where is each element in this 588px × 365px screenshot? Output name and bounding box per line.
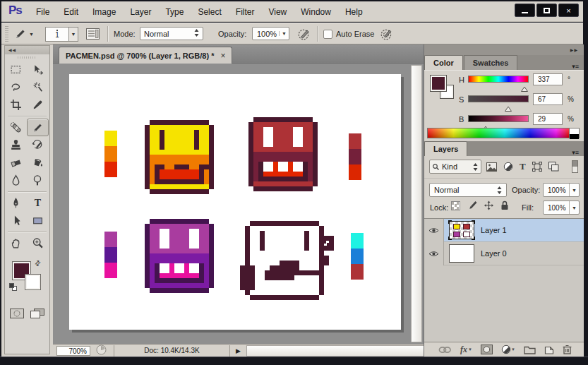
blur-tool[interactable] [5, 172, 27, 189]
lock-all-icon[interactable] [500, 201, 509, 210]
magic-wand-tool[interactable] [27, 78, 49, 96]
layer-thumbnail[interactable] [449, 244, 474, 263]
vertical-scrollbar[interactable] [411, 65, 422, 342]
pencil-tool[interactable] [27, 119, 49, 136]
tab-layers[interactable]: Layers [424, 141, 467, 156]
panel-menu-icon[interactable]: ▾≡ [572, 63, 584, 70]
fill-dropdown[interactable]: 100% ▼ [543, 201, 580, 215]
lock-pixels-icon[interactable] [467, 201, 477, 210]
link-layers-icon[interactable] [438, 346, 452, 354]
crop-tool[interactable] [5, 96, 27, 114]
visibility-eye-icon[interactable] [424, 219, 444, 242]
layer-mask-icon[interactable] [481, 345, 493, 354]
background-color-swatch[interactable] [25, 275, 40, 289]
auto-erase-checkbox[interactable] [323, 30, 332, 39]
s-value-field[interactable]: 67 [533, 93, 563, 105]
quick-mask-icon[interactable] [10, 309, 24, 320]
lock-position-icon[interactable] [484, 201, 494, 210]
b-value-field[interactable]: 29 [533, 113, 563, 125]
blend-mode-dropdown[interactable]: Normal [429, 183, 507, 197]
swap-colors-icon[interactable]: ⇄ [32, 258, 42, 268]
status-menu-arrow-icon[interactable]: ▶ [236, 347, 241, 354]
document-size-info[interactable]: Doc: 10.4K/14.3K [114, 345, 230, 357]
menu-layer[interactable]: Layer [128, 6, 153, 18]
filter-toggle[interactable] [572, 160, 578, 173]
layer-row-layer-0[interactable]: Layer 0 [424, 242, 584, 265]
brush-size-picker[interactable]: 1 [45, 27, 69, 42]
close-button[interactable]: × [558, 4, 579, 17]
collapse-panels-icon[interactable]: ▶▶ [424, 44, 584, 55]
eyedropper-tool[interactable] [27, 96, 49, 114]
layer-opacity-dropdown[interactable]: 100% ▼ [543, 183, 580, 197]
adjustment-layer-icon[interactable]: ▼ [501, 345, 515, 354]
layer-row-layer-1[interactable]: Layer 1 [424, 219, 584, 242]
eraser-tool[interactable] [5, 154, 27, 172]
panel-menu-icon[interactable]: ▾≡ [572, 149, 584, 156]
slider-thumb[interactable] [505, 104, 512, 113]
default-colors-icon[interactable] [9, 283, 18, 292]
s-slider-track[interactable] [468, 95, 529, 102]
tab-swatches[interactable]: Swatches [464, 55, 518, 70]
spectrum-bw-swatches[interactable] [570, 128, 580, 138]
mode-dropdown[interactable]: Normal [140, 27, 203, 40]
toolbar-grip[interactable] [18, 56, 37, 59]
maximize-button[interactable] [536, 4, 557, 17]
opacity-dropdown[interactable]: 100% ▼ [252, 27, 289, 40]
path-selection-tool[interactable] [5, 212, 27, 229]
layer-style-icon[interactable]: fx▼ [460, 345, 472, 355]
minimize-button[interactable] [515, 4, 535, 17]
menu-edit[interactable]: Edit [61, 6, 80, 18]
layer-filter-dropdown[interactable]: Kind [429, 160, 481, 174]
paint-bucket-tool[interactable] [27, 154, 49, 172]
b-slider-track[interactable] [468, 115, 529, 122]
tab-color[interactable]: Color [424, 55, 463, 70]
smart-object-filter-icon[interactable] [548, 162, 559, 172]
h-value-field[interactable]: 337 [533, 73, 563, 85]
history-brush-tool[interactable] [27, 136, 49, 154]
pen-tool[interactable] [5, 194, 27, 212]
tablet-pressure-opacity-icon[interactable] [297, 23, 311, 44]
rectangle-shape-tool[interactable] [27, 212, 49, 229]
brush-size-caret[interactable]: ▼ [69, 27, 78, 42]
brush-panel-toggle-icon[interactable] [86, 23, 100, 44]
layer-group-icon[interactable] [524, 345, 536, 354]
pixel-filter-icon[interactable] [486, 162, 497, 172]
lasso-tool[interactable] [5, 78, 27, 96]
menu-file[interactable]: File [34, 6, 52, 18]
type-filter-icon[interactable]: T [520, 161, 526, 172]
menu-select[interactable]: Select [196, 6, 223, 18]
delete-layer-icon[interactable] [563, 345, 572, 354]
color-spectrum-ramp[interactable] [427, 128, 570, 138]
move-tool[interactable] [27, 61, 49, 78]
shape-filter-icon[interactable] [532, 162, 542, 172]
menu-image[interactable]: Image [90, 6, 118, 18]
menu-window[interactable]: Window [299, 6, 333, 18]
slider-thumb[interactable] [521, 85, 528, 93]
menu-view[interactable]: View [266, 6, 289, 18]
toolbar-collapse-icon[interactable]: ◀◀ [5, 46, 49, 54]
layer-thumbnail[interactable] [449, 221, 474, 239]
menu-filter[interactable]: Filter [234, 6, 257, 18]
type-tool[interactable]: T [27, 194, 49, 212]
dodge-tool[interactable] [27, 172, 49, 189]
hand-tool[interactable] [5, 234, 27, 252]
new-layer-icon[interactable] [544, 345, 554, 354]
h-slider-track[interactable] [468, 76, 529, 83]
zoom-level-field[interactable]: 700% [56, 346, 90, 356]
menu-type[interactable]: Type [163, 6, 186, 18]
horizontal-scrollbar[interactable] [246, 345, 424, 357]
screen-mode-icon[interactable] [30, 309, 44, 320]
rectangular-marquee-tool[interactable] [5, 61, 27, 78]
zoom-tool[interactable] [27, 234, 49, 252]
panel-foreground-swatch[interactable] [431, 76, 446, 91]
document-tab[interactable]: PACMEN.psd @ 700% (Layer 1, RGB/8) * × [59, 47, 232, 64]
adjustment-filter-icon[interactable] [503, 162, 513, 172]
clone-stamp-tool[interactable] [5, 136, 27, 154]
airbrush-pressure-icon[interactable] [380, 23, 393, 44]
pencil-preset-icon[interactable]: ▼ [14, 23, 34, 44]
menu-help[interactable]: Help [343, 6, 365, 18]
visibility-eye-icon[interactable] [424, 242, 444, 265]
lock-transparency-icon[interactable] [451, 201, 460, 210]
canvas[interactable] [69, 74, 401, 330]
spot-healing-brush-tool[interactable] [5, 119, 27, 136]
